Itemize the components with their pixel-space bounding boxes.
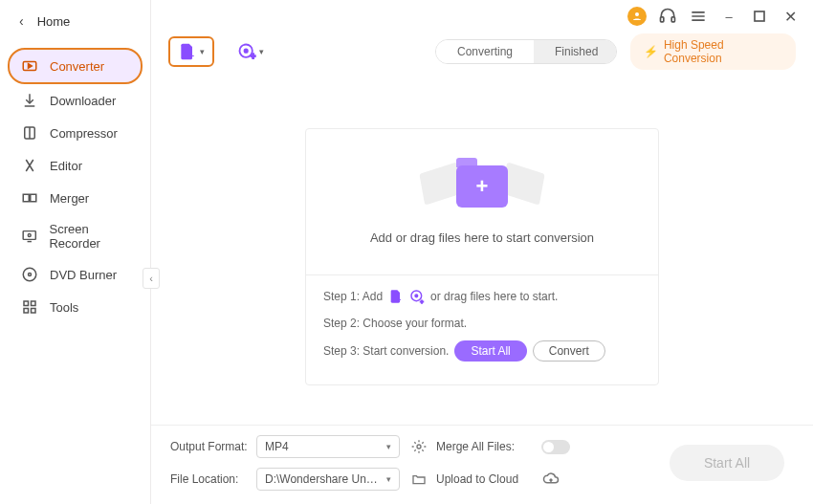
sidebar-item-downloader[interactable]: Downloader — [0, 84, 150, 117]
file-location-value: D:\Wondershare UniConverter 1 — [265, 472, 380, 486]
bolt-icon: ⚡ — [644, 45, 658, 58]
nav-label: Downloader — [50, 94, 116, 108]
svg-rect-15 — [671, 17, 674, 22]
toolbar: + ▾ + ▾ Converting Finished ⚡ High Speed… — [151, 33, 813, 71]
start-all-mini-button[interactable]: Start All — [454, 340, 526, 362]
output-format-value: MP4 — [265, 440, 289, 453]
merger-icon — [21, 189, 38, 207]
svg-text:+: + — [251, 52, 255, 61]
content-area: + Add or drag files here to start conver… — [151, 71, 813, 425]
drop-steps: Step 1: Add + + or drag files here to st… — [306, 274, 658, 384]
high-speed-conversion-button[interactable]: ⚡ High Speed Conversion — [630, 33, 796, 70]
converter-icon — [21, 57, 38, 75]
tab-switch: Converting Finished — [435, 39, 617, 64]
step-2: Step 2: Choose your format. — [323, 314, 641, 333]
hamburger-menu-icon[interactable] — [689, 7, 708, 26]
nav-label: Tools — [50, 300, 78, 315]
nav-label: Converter — [50, 59, 104, 74]
chevron-down-icon: ▾ — [386, 442, 391, 451]
nav-label: Compressor — [50, 126, 118, 141]
add-dvd-button[interactable]: + ▾ — [228, 36, 274, 67]
output-format-select[interactable]: MP4 ▾ — [256, 435, 400, 458]
svg-rect-9 — [24, 301, 29, 306]
svg-rect-14 — [661, 17, 664, 22]
drop-title: Add or drag files here to start conversi… — [370, 230, 594, 245]
window-minimize-icon[interactable]: – — [719, 7, 738, 26]
svg-point-23 — [415, 295, 418, 297]
add-dvd-mini-icon: + — [409, 289, 425, 304]
sidebar-collapse-handle[interactable]: ‹ — [143, 268, 160, 289]
svg-rect-3 — [23, 194, 29, 202]
nav-label: Editor — [50, 159, 82, 173]
chevron-down-icon: ▾ — [386, 474, 391, 484]
open-folder-icon[interactable] — [409, 470, 428, 489]
footer-bar: Output Format: MP4 ▾ Merge All Files: St… — [151, 425, 813, 504]
svg-point-13 — [635, 12, 639, 16]
svg-text:+: + — [420, 298, 424, 304]
svg-point-19 — [245, 50, 248, 53]
step1-prefix: Step 1: Add — [323, 287, 383, 306]
file-location-label: File Location: — [170, 472, 256, 486]
sidebar-item-compressor[interactable]: Compressor — [0, 117, 150, 149]
titlebar: – ✕ — [151, 0, 813, 33]
svg-text:+: + — [189, 52, 194, 61]
svg-rect-16 — [755, 11, 764, 21]
merge-label: Merge All Files: — [436, 440, 541, 453]
nav-list: Converter Downloader Compressor Editor M… — [0, 42, 150, 323]
format-settings-icon[interactable] — [409, 437, 428, 456]
screen-recorder-icon — [21, 228, 37, 245]
add-file-button[interactable]: + ▾ — [168, 36, 214, 67]
svg-rect-10 — [32, 301, 36, 306]
back-chevron-icon: ‹ — [19, 13, 24, 29]
home-label: Home — [37, 14, 71, 29]
svg-point-6 — [28, 234, 31, 237]
tab-finished[interactable]: Finished — [534, 40, 617, 63]
chevron-down-icon: ▾ — [200, 47, 205, 56]
editor-icon — [21, 157, 38, 174]
user-avatar-icon[interactable] — [627, 7, 647, 26]
dvd-burner-icon — [21, 266, 38, 283]
svg-point-8 — [29, 274, 32, 276]
svg-point-7 — [23, 268, 36, 281]
drop-zone[interactable]: + Add or drag files here to start conver… — [305, 128, 659, 385]
svg-text:+: + — [397, 296, 401, 303]
sidebar-item-editor[interactable]: Editor — [0, 149, 150, 182]
sidebar-item-converter[interactable]: Converter — [8, 48, 143, 84]
drop-zone-top: + Add or drag files here to start conver… — [306, 129, 658, 274]
merge-all-toggle[interactable] — [541, 440, 570, 454]
home-nav[interactable]: ‹ Home — [0, 0, 150, 42]
chevron-down-icon: ▾ — [259, 47, 264, 56]
svg-point-25 — [417, 445, 421, 449]
sidebar-item-tools[interactable]: Tools — [0, 291, 150, 323]
step-1: Step 1: Add + + or drag files here to st… — [323, 287, 641, 306]
sidebar-item-dvd-burner[interactable]: DVD Burner — [0, 258, 150, 291]
add-file-mini-icon: + — [388, 289, 404, 304]
step1-suffix: or drag files here to start. — [430, 287, 558, 306]
nav-label: DVD Burner — [50, 268, 117, 282]
start-all-button[interactable]: Start All — [670, 445, 784, 481]
svg-rect-12 — [32, 309, 36, 314]
downloader-icon — [21, 92, 38, 109]
cloud-upload-icon[interactable] — [541, 470, 560, 489]
window-maximize-icon[interactable] — [750, 7, 769, 26]
tools-icon — [21, 298, 38, 316]
nav-label: Merger — [50, 191, 89, 206]
compressor-icon — [21, 124, 38, 142]
folder-plus-icon: + — [439, 160, 525, 217]
step-3: Step 3: Start conversion. Start All Conv… — [323, 340, 641, 362]
file-location-select[interactable]: D:\Wondershare UniConverter 1 ▾ — [256, 468, 400, 491]
svg-rect-5 — [23, 231, 35, 240]
sidebar-item-screen-recorder[interactable]: Screen Recorder — [0, 214, 150, 258]
sidebar-item-merger[interactable]: Merger — [0, 182, 150, 214]
tab-converting[interactable]: Converting — [436, 40, 534, 63]
convert-mini-button[interactable]: Convert — [533, 340, 605, 362]
support-headset-icon[interactable] — [658, 7, 677, 26]
nav-label: Screen Recorder — [49, 222, 141, 251]
highspeed-label: High Speed Conversion — [664, 38, 782, 65]
svg-marker-1 — [29, 64, 33, 69]
window-close-icon[interactable]: ✕ — [780, 7, 800, 26]
output-format-label: Output Format: — [170, 440, 256, 453]
main-panel: – ✕ + ▾ + ▾ Converting Finished ⚡ High S… — [151, 0, 813, 504]
sidebar: ‹ Home Converter Downloader Compressor E… — [0, 0, 151, 504]
upload-cloud-label: Upload to Cloud — [436, 472, 541, 486]
